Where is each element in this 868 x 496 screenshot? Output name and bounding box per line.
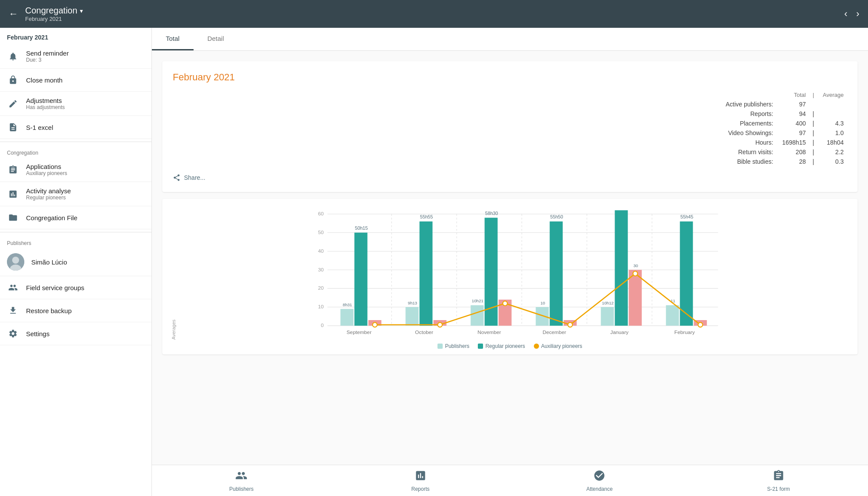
- return-visits-label: Return visits:: [718, 148, 776, 156]
- settings-text: Settings: [26, 330, 49, 337]
- sidebar-item-applications[interactable]: Applications Auxiliary pioneers: [0, 158, 151, 182]
- divider-2: [0, 232, 151, 232]
- svg-text:20: 20: [318, 285, 324, 291]
- congregation-file-text: Congregation File: [26, 214, 77, 222]
- svg-text:60: 60: [318, 211, 324, 216]
- publishers-icon: [235, 470, 247, 484]
- sidebar-item-publisher[interactable]: Simão Lúcio: [0, 248, 151, 276]
- file-icon: [7, 121, 19, 133]
- aux-dot-sep: [372, 322, 377, 327]
- legend-auxiliary-pioneers-label: Auxiliary pioneers: [541, 343, 582, 349]
- groups-icon: [7, 281, 19, 294]
- svg-text:58h30: 58h30: [485, 211, 498, 216]
- sidebar-item-restore-backup[interactable]: Restore backup: [0, 299, 151, 322]
- svg-text:40: 40: [318, 248, 324, 254]
- reports-total: 94: [777, 109, 809, 118]
- bible-studies-total: 28: [777, 157, 809, 166]
- nov-publishers-bar: [470, 305, 483, 326]
- field-service-groups-text: Field service groups: [26, 284, 84, 291]
- aux-dot-jan: [633, 271, 638, 276]
- svg-text:November: November: [477, 329, 501, 335]
- svg-text:50h15: 50h15: [355, 225, 368, 231]
- adjustments-text: Adjustments Has adjustments: [26, 97, 65, 110]
- folder-icon: [7, 212, 19, 224]
- main-layout: February 2021 Send reminder Due: 3 Close…: [0, 28, 868, 496]
- adjustments-title: Adjustments: [26, 97, 65, 104]
- header-title[interactable]: Congregation ▾: [25, 6, 844, 16]
- svg-text:50: 50: [318, 229, 324, 235]
- reports-label: Reports:: [718, 109, 776, 118]
- tab-total[interactable]: Total: [152, 28, 194, 50]
- dec-publishers-bar: [536, 307, 549, 326]
- bottom-nav: Publishers Reports Attendance S-21 form: [152, 465, 868, 496]
- send-reminder-title: Send reminder: [26, 50, 69, 57]
- app-header: ← Congregation ▾ February 2021 ‹ ›: [0, 0, 868, 28]
- avatar: [7, 253, 24, 271]
- svg-text:October: October: [415, 329, 433, 335]
- adjustments-sub: Has adjustments: [26, 104, 65, 110]
- s1-excel-title: S-1 excel: [26, 124, 53, 131]
- restore-backup-title: Restore backup: [26, 307, 72, 314]
- back-button[interactable]: ←: [9, 8, 18, 20]
- bible-studies-avg: 0.3: [818, 157, 846, 166]
- sidebar-item-s1-excel[interactable]: S-1 excel: [0, 116, 151, 139]
- placements-total: 400: [777, 119, 809, 128]
- chart-icon: [7, 188, 19, 200]
- bottom-nav-publishers[interactable]: Publishers: [152, 465, 331, 496]
- clipboard-icon: [7, 164, 19, 176]
- video-showings-avg: 1.0: [818, 129, 846, 137]
- sidebar-item-settings[interactable]: Settings: [0, 322, 151, 345]
- share-label: Share...: [184, 174, 205, 181]
- legend-auxiliary-pioneers: Auxiliary pioneers: [534, 343, 582, 349]
- placements-label: Placements:: [718, 119, 776, 128]
- applications-title: Applications: [26, 163, 67, 170]
- chart-card: Averages 0 1: [162, 199, 858, 354]
- jan-regular-bar: [615, 210, 628, 326]
- svg-text:9h13: 9h13: [408, 301, 417, 305]
- sidebar-item-close-month[interactable]: Close month: [0, 69, 151, 92]
- content-tabs: Total Detail: [152, 28, 868, 51]
- prev-button[interactable]: ‹: [844, 8, 847, 20]
- stats-row-reports: Reports: 94 |: [718, 109, 846, 118]
- attendance-icon: [593, 470, 605, 484]
- svg-text:10: 10: [540, 301, 545, 305]
- bottom-nav-reports[interactable]: Reports: [331, 465, 510, 496]
- legend-regular-pioneers: Regular pioneers: [478, 343, 525, 349]
- legend-regular-pioneers-color: [478, 344, 483, 349]
- oct-publishers-bar: [405, 307, 418, 326]
- sidebar-item-activity-analyse[interactable]: Activity analyse Regular pioneers: [0, 182, 151, 206]
- stats-header-average: Average: [818, 91, 846, 99]
- dec-regular-bar: [550, 222, 563, 326]
- divider-1: [0, 142, 151, 142]
- aux-dot-nov: [503, 301, 507, 306]
- sidebar-item-adjustments[interactable]: Adjustments Has adjustments: [0, 92, 151, 116]
- sidebar-item-send-reminder[interactable]: Send reminder Due: 3: [0, 44, 151, 69]
- svg-text:30: 30: [318, 267, 324, 272]
- legend-publishers-color: [437, 344, 443, 349]
- share-icon: [173, 174, 181, 182]
- stats-row-active-publishers: Active publishers: 97: [718, 100, 846, 109]
- sidebar-item-congregation-file[interactable]: Congregation File: [0, 206, 151, 229]
- stats-row-return-visits: Return visits: 208 | 2.2: [718, 148, 846, 156]
- jan-aux-bar: [629, 270, 642, 326]
- congregation-section-label: Congregation: [0, 145, 151, 158]
- tab-detail[interactable]: Detail: [194, 28, 238, 50]
- svg-text:10h12: 10h12: [602, 301, 614, 305]
- share-row[interactable]: Share...: [173, 174, 847, 182]
- bottom-nav-attendance[interactable]: Attendance: [510, 465, 689, 496]
- field-service-groups-title: Field service groups: [26, 284, 84, 291]
- sidebar-item-field-service-groups[interactable]: Field service groups: [0, 276, 151, 299]
- sidebar: February 2021 Send reminder Due: 3 Close…: [0, 28, 152, 496]
- activity-analyse-text: Activity analyse Regular pioneers: [26, 187, 71, 201]
- legend-regular-pioneers-label: Regular pioneers: [485, 343, 525, 349]
- applications-sub: Auxiliary pioneers: [26, 170, 67, 176]
- dropdown-icon: ▾: [80, 7, 83, 14]
- jan-publishers-bar: [601, 307, 614, 326]
- reports-avg: [818, 109, 846, 118]
- content-area: Total Detail February 2021 Total | Avera…: [152, 28, 868, 496]
- stats-row-bible-studies: Bible studies: 28 | 0.3: [718, 157, 846, 166]
- next-button[interactable]: ›: [856, 8, 859, 20]
- bottom-nav-s21-form[interactable]: S-21 form: [689, 465, 868, 496]
- bell-icon: [7, 50, 19, 63]
- header-subtitle: February 2021: [25, 16, 844, 22]
